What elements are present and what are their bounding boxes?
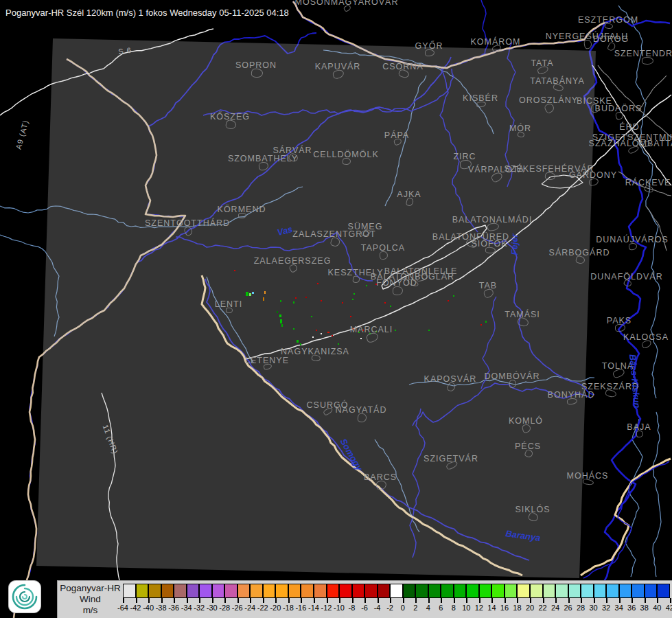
legend-tick bbox=[378, 598, 379, 603]
legend-tick bbox=[136, 598, 137, 603]
legend-tick bbox=[224, 598, 226, 603]
legend-color-box bbox=[123, 584, 136, 598]
legend-color-box bbox=[581, 584, 594, 598]
legend-tick bbox=[288, 598, 290, 603]
map-path-stream-3 bbox=[653, 412, 661, 577]
legend-color-box bbox=[314, 584, 327, 598]
legend-color-box bbox=[364, 584, 378, 598]
legend-tick bbox=[403, 598, 404, 603]
legend-tick bbox=[275, 598, 277, 603]
legend-color-box bbox=[555, 584, 568, 598]
legend-tick bbox=[250, 598, 251, 603]
legend-color-box bbox=[645, 584, 658, 598]
legend-tick-label: 42 bbox=[658, 604, 672, 612]
legend-color-box bbox=[479, 584, 492, 598]
legend-tick bbox=[581, 598, 582, 603]
legend-tick bbox=[339, 598, 340, 603]
legend-color-box bbox=[606, 584, 619, 598]
legend-color-box bbox=[263, 584, 276, 598]
legend-tick bbox=[148, 598, 150, 603]
legend-color-box bbox=[288, 584, 301, 598]
legend-color-box bbox=[199, 584, 212, 598]
legend-tick bbox=[606, 598, 607, 603]
legend-product-label: Poganyvar-HR bbox=[58, 583, 123, 594]
legend-tick bbox=[390, 598, 391, 603]
legend-color-box bbox=[543, 584, 556, 598]
legend-tick bbox=[441, 598, 442, 603]
legend-color-box bbox=[148, 584, 161, 598]
legend-color-box bbox=[301, 584, 314, 598]
legend-tick bbox=[466, 598, 467, 603]
legend-color-box bbox=[594, 584, 607, 598]
legend-tick bbox=[428, 598, 430, 603]
legend-tick bbox=[237, 598, 239, 603]
weather-map-app: MOSONMAGYARÓVÁRSOPRONKAPUVÁRCSORNAGYŐRKO… bbox=[0, 0, 672, 618]
legend-color-box bbox=[339, 584, 352, 598]
legend-tick bbox=[505, 598, 506, 603]
legend-color-box bbox=[212, 584, 225, 598]
legend-color-box bbox=[174, 584, 187, 598]
legend-color-box bbox=[136, 584, 149, 598]
legend-tick bbox=[187, 598, 188, 603]
cyclone-logo-icon bbox=[8, 580, 41, 613]
legend-tick bbox=[555, 598, 557, 603]
map-title: Poganyvar-HR Szél 120km (m/s) 1 fokos We… bbox=[5, 8, 289, 18]
legend-color-box bbox=[505, 584, 518, 598]
legend-color-box bbox=[390, 584, 403, 598]
legend-color-box bbox=[657, 584, 670, 598]
legend-color-box bbox=[530, 584, 543, 598]
map-path-stream-1 bbox=[618, 5, 660, 398]
legend-color-box bbox=[454, 584, 467, 598]
legend-tick bbox=[632, 598, 633, 603]
legend-color-box bbox=[428, 584, 441, 598]
legend-tick bbox=[670, 598, 671, 603]
legend-tick bbox=[517, 598, 518, 603]
legend-color-box bbox=[224, 584, 237, 598]
legend-color-box bbox=[466, 584, 479, 598]
legend-tick bbox=[415, 598, 417, 603]
legend-tick bbox=[479, 598, 480, 603]
map-path-road_gray-37 bbox=[639, 76, 667, 110]
legend-color-box bbox=[619, 584, 632, 598]
radar-coverage-overlay bbox=[36, 38, 596, 578]
map-path-road_gray-39 bbox=[646, 206, 667, 251]
legend-tick bbox=[645, 598, 646, 603]
legend-tick bbox=[619, 598, 621, 603]
legend-color-box bbox=[161, 584, 174, 598]
legend-tick bbox=[364, 598, 366, 603]
legend-tick bbox=[657, 598, 658, 603]
legend-tick bbox=[314, 598, 315, 603]
legend-color-box bbox=[568, 584, 581, 598]
legend-color-box bbox=[327, 584, 340, 598]
legend-color-box bbox=[517, 584, 530, 598]
cyclone-logo[interactable] bbox=[8, 580, 41, 613]
legend-color-box bbox=[352, 584, 365, 598]
legend-tick bbox=[301, 598, 302, 603]
legend-tick bbox=[212, 598, 213, 603]
legend-color-box bbox=[415, 584, 428, 598]
legend-tick bbox=[263, 598, 264, 603]
legend-tick bbox=[594, 598, 595, 603]
map-path-river-14 bbox=[481, 0, 488, 55]
legend-tick bbox=[491, 598, 493, 603]
legend-color-box bbox=[378, 584, 391, 598]
legend-color-box bbox=[491, 584, 505, 598]
legend-tick bbox=[199, 598, 200, 603]
legend-tick bbox=[327, 598, 328, 603]
legend-tick bbox=[530, 598, 531, 603]
legend-tick bbox=[454, 598, 455, 603]
legend-panel: Poganyvar-HR Wind m/s -64-42-40-38-36-34… bbox=[57, 580, 672, 618]
legend-color-box bbox=[441, 584, 454, 598]
map-canvas[interactable] bbox=[0, 0, 672, 618]
legend-tick bbox=[161, 598, 163, 603]
legend-color-box bbox=[632, 584, 645, 598]
legend-tick bbox=[568, 598, 570, 603]
legend-color-box bbox=[275, 584, 288, 598]
legend-tick bbox=[174, 598, 175, 603]
map-path-border-26 bbox=[581, 459, 671, 575]
legend-color-box bbox=[250, 584, 263, 598]
legend-tick bbox=[123, 598, 124, 603]
legend-color-box bbox=[403, 584, 416, 598]
legend-tick bbox=[352, 598, 354, 603]
legend-color-box bbox=[187, 584, 200, 598]
